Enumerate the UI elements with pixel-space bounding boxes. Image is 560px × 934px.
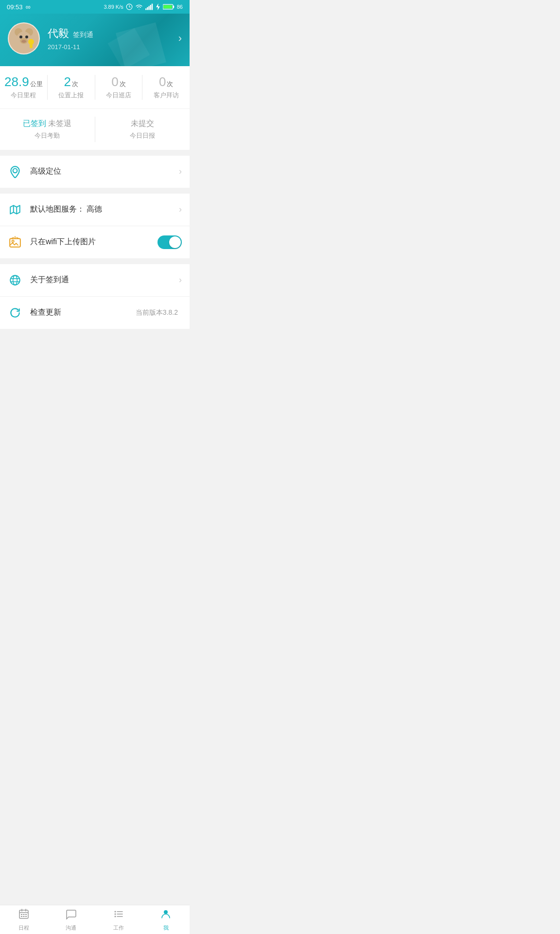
- menu-text-about: 关于签到通: [30, 275, 179, 285]
- svg-point-14: [19, 36, 22, 38]
- tour-label: 今日巡店: [106, 91, 131, 100]
- svg-point-18: [28, 39, 34, 45]
- attendance-status-report: 未提交: [99, 119, 186, 129]
- svg-rect-5: [152, 4, 153, 10]
- mileage-unit: 公里: [30, 80, 43, 89]
- svg-rect-2: [147, 7, 148, 10]
- user-name: 代毅: [48, 26, 69, 41]
- tour-value: 0: [111, 75, 118, 89]
- menu-item-wifi-upload[interactable]: 只在wifi下上传图片: [0, 226, 190, 258]
- attendance-section: 已签到 未签退 今日考勤 未提交 今日日报: [0, 109, 190, 150]
- menu-item-location[interactable]: 高级定位 ›: [0, 156, 190, 188]
- menu-arrow-map: ›: [179, 204, 182, 215]
- visit-unit: 次: [167, 80, 173, 89]
- section-gap-1: [0, 150, 190, 156]
- visit-label: 客户拜访: [154, 91, 179, 100]
- header-arrow-icon[interactable]: ›: [178, 32, 182, 45]
- svg-point-26: [10, 275, 20, 285]
- location-icon: [8, 164, 22, 179]
- menu-text-map: 默认地图服务： 高德: [30, 204, 179, 215]
- location-label: 位置上报: [58, 91, 84, 100]
- status-time: 09:53: [7, 3, 23, 11]
- svg-rect-4: [150, 5, 151, 10]
- image-upload-icon: [8, 235, 22, 250]
- header-date: 2017-01-11: [48, 43, 178, 51]
- status-right: 3.89 K/s: [104, 3, 183, 10]
- svg-rect-9: [163, 5, 172, 8]
- mileage-label: 今日里程: [11, 91, 36, 100]
- mileage-value: 28.9: [4, 75, 29, 89]
- menu-section-1: 高级定位 ›: [0, 156, 190, 188]
- menu-arrow-about: ›: [179, 275, 182, 285]
- location-value: 2: [64, 75, 70, 89]
- menu-text-wifi-upload: 只在wifi下上传图片: [30, 237, 158, 247]
- svg-rect-23: [10, 238, 20, 247]
- menu-section-2: 默认地图服务： 高德 › 只在wifi下上传图片: [0, 194, 190, 258]
- toggle-knob: [169, 236, 181, 248]
- avatar-image: [9, 23, 39, 54]
- map-icon: [8, 202, 22, 217]
- battery-icon: [163, 3, 175, 10]
- stats-section: 28.9 公里 今日里程 2 次 位置上报 0 次 今日巡店 0 次 客户拜访: [0, 66, 190, 108]
- clock-icon: [126, 3, 133, 10]
- svg-point-27: [13, 275, 18, 285]
- svg-rect-19: [30, 44, 33, 48]
- section-gap-2: [0, 188, 190, 194]
- location-unit: 次: [72, 80, 78, 89]
- battery-level: 86: [177, 4, 183, 10]
- wifi-icon: [135, 3, 143, 10]
- stat-visit: 0 次 客户拜访: [142, 75, 190, 100]
- attendance-report: 未提交 今日日报: [95, 117, 190, 142]
- stat-location: 2 次 位置上报: [48, 75, 95, 100]
- menu-text-update: 检查更新: [30, 307, 136, 318]
- stat-mileage: 28.9 公里 今日里程: [0, 75, 48, 100]
- visit-value: 0: [159, 75, 166, 89]
- menu-item-update[interactable]: 检查更新 当前版本3.8.2: [0, 297, 190, 329]
- charging-icon: [156, 3, 160, 10]
- wifi-upload-toggle[interactable]: [158, 235, 182, 249]
- svg-rect-1: [145, 8, 146, 10]
- svg-rect-3: [148, 6, 149, 10]
- svg-marker-6: [156, 3, 160, 10]
- refresh-icon: [8, 305, 22, 320]
- menu-arrow-location: ›: [179, 166, 182, 177]
- status-left: 09:53 ∞: [7, 3, 31, 11]
- unsigned-status: 未签退: [48, 119, 71, 127]
- svg-point-20: [13, 168, 18, 173]
- status-bar: 09:53 ∞ 3.89 K/s: [0, 0, 190, 14]
- attendance-checkin-label: 今日考勤: [4, 131, 91, 140]
- section-gap-3: [0, 258, 190, 264]
- svg-point-17: [21, 40, 26, 43]
- attendance-checkin: 已签到 未签退 今日考勤: [0, 117, 95, 142]
- infinity-icon: ∞: [26, 3, 31, 11]
- profile-header[interactable]: 代毅 签到通 2017-01-11 ›: [0, 14, 190, 66]
- app-name: 签到通: [73, 31, 93, 39]
- menu-text-location: 高级定位: [30, 166, 179, 177]
- header-info: 代毅 签到通 2017-01-11: [48, 26, 178, 51]
- tour-unit: 次: [120, 80, 126, 89]
- svg-point-15: [25, 36, 28, 38]
- stat-tour: 0 次 今日巡店: [95, 75, 143, 100]
- menu-item-about[interactable]: 关于签到通 ›: [0, 264, 190, 297]
- avatar: [8, 22, 40, 54]
- globe-icon: [8, 273, 22, 287]
- menu-item-map[interactable]: 默认地图服务： 高德 ›: [0, 194, 190, 226]
- network-speed: 3.89 K/s: [104, 4, 123, 10]
- version-text: 当前版本3.8.2: [136, 308, 178, 317]
- attendance-report-label: 今日日报: [99, 131, 186, 140]
- svg-rect-8: [173, 6, 174, 8]
- signed-status: 已签到: [23, 119, 46, 127]
- menu-section-3: 关于签到通 › 检查更新 当前版本3.8.2: [0, 264, 190, 329]
- signal-icon: [145, 3, 153, 10]
- attendance-status-checkin: 已签到 未签退: [4, 119, 91, 129]
- svg-point-24: [12, 240, 14, 242]
